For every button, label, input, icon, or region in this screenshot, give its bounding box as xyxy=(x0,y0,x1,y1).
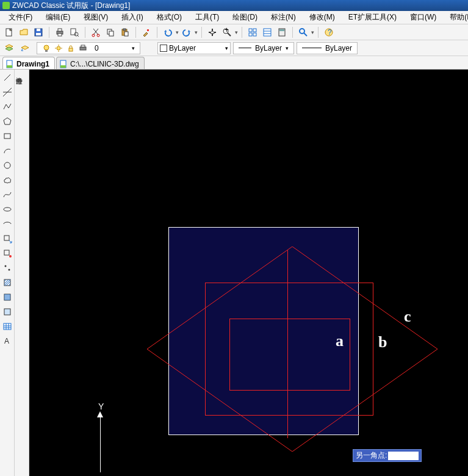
red-vertical-line xyxy=(287,250,288,438)
command-prompt: 另一角点: xyxy=(353,449,422,462)
menu-draw[interactable]: 绘图(D) xyxy=(228,11,262,24)
polyline-tool[interactable] xyxy=(1,100,14,114)
menu-window[interactable]: 窗口(W) xyxy=(405,11,441,24)
zoom-realtime-button[interactable]: + xyxy=(220,26,234,39)
match-prop-button[interactable] xyxy=(140,26,153,39)
insert-block-tool[interactable] xyxy=(1,232,14,245)
properties-button[interactable] xyxy=(261,26,274,39)
svg-rect-54 xyxy=(4,134,10,139)
undo-button[interactable] xyxy=(161,26,175,39)
xline-tool[interactable] xyxy=(1,85,14,99)
pan-button[interactable] xyxy=(206,26,219,39)
svg-rect-66 xyxy=(4,323,11,330)
svg-rect-18 xyxy=(124,32,128,36)
menu-modify[interactable]: 修改(M) xyxy=(304,11,340,24)
lineweight-value: ByLayer xyxy=(325,44,352,52)
menu-tools[interactable]: 工具(T) xyxy=(190,11,224,24)
revcloud-tool[interactable] xyxy=(1,173,14,187)
layout-tile-button[interactable] xyxy=(246,26,259,39)
svg-rect-5 xyxy=(58,29,62,31)
dwg-icon xyxy=(59,60,68,68)
spline-tool[interactable] xyxy=(1,188,14,201)
point-tool[interactable] xyxy=(1,261,14,275)
rectangle-tool[interactable] xyxy=(1,129,14,143)
svg-point-36 xyxy=(44,45,49,50)
layer-select[interactable]: 0 ▾ xyxy=(37,42,140,54)
svg-rect-15 xyxy=(109,31,113,36)
drawing-canvas[interactable]: a b c Y 另一角点: xyxy=(29,70,468,476)
svg-marker-53 xyxy=(4,118,11,124)
svg-rect-47 xyxy=(7,65,12,68)
svg-rect-19 xyxy=(147,29,149,31)
svg-point-61 xyxy=(8,269,10,271)
line-tool[interactable] xyxy=(1,71,14,84)
menu-bar: 文件(F) 编辑(E) 视图(V) 插入(I) 格式(O) 工具(T) 绘图(D… xyxy=(0,11,468,24)
menu-et[interactable]: ET扩展工具(X) xyxy=(344,11,401,24)
svg-marker-72 xyxy=(147,247,437,452)
tab-label: Drawing1 xyxy=(16,60,49,68)
table-tool[interactable] xyxy=(1,320,14,333)
menu-view[interactable]: 视图(V) xyxy=(79,11,113,24)
svg-rect-65 xyxy=(4,309,10,315)
color-select[interactable]: ByLayer ▾ xyxy=(157,42,231,54)
make-block-tool[interactable] xyxy=(1,247,14,260)
toolbar-properties: 0 ▾ ByLayer ▾ ByLayer ▾ ByLayer xyxy=(0,40,468,56)
open-button[interactable] xyxy=(17,26,31,39)
lock-icon xyxy=(67,44,75,52)
circle-tool[interactable] xyxy=(1,159,14,172)
svg-rect-24 xyxy=(253,29,256,32)
lineweight-select[interactable]: ByLayer xyxy=(297,42,358,54)
help-button[interactable]: ? xyxy=(322,26,336,39)
menu-format[interactable]: 格式(O) xyxy=(152,11,187,24)
svg-line-33 xyxy=(304,33,307,36)
menu-insert[interactable]: 插入(I) xyxy=(117,11,148,24)
prompt-text: 另一角点: xyxy=(356,450,387,461)
annotation-b: b xyxy=(378,333,387,352)
gradient-tool[interactable] xyxy=(1,290,14,304)
tab-clinic3d[interactable]: C:\...\CLINIC-3D.dwg xyxy=(56,57,145,69)
new-button[interactable] xyxy=(2,26,16,39)
svg-text:+: + xyxy=(225,27,229,34)
layer-name: 0 xyxy=(95,44,99,52)
paste-button[interactable] xyxy=(118,26,132,39)
zoom-window-button[interactable] xyxy=(297,26,310,39)
svg-rect-2 xyxy=(37,29,40,31)
ellipse-arc-tool[interactable] xyxy=(1,217,14,231)
tab-drawing1[interactable]: Drawing1 xyxy=(2,57,55,69)
menu-help[interactable]: 帮助(H) xyxy=(445,11,468,24)
linetype-select[interactable]: ByLayer ▾ xyxy=(233,42,294,54)
plot-preview-button[interactable] xyxy=(68,26,81,39)
menu-edit[interactable]: 编辑(E) xyxy=(41,11,75,24)
svg-rect-58 xyxy=(4,250,9,255)
polygon-tool[interactable] xyxy=(1,115,14,128)
cut-button[interactable] xyxy=(89,26,103,39)
layer-prev-button[interactable] xyxy=(18,41,32,55)
toolbar-draw: A xyxy=(0,70,15,476)
calc-button[interactable] xyxy=(275,26,289,39)
arc-tool[interactable] xyxy=(1,144,14,157)
svg-rect-37 xyxy=(45,50,48,52)
document-tab-bar: Drawing1 C:\...\CLINIC-3D.dwg xyxy=(0,56,468,70)
region-tool[interactable] xyxy=(1,305,14,319)
ellipse-tool[interactable] xyxy=(1,203,14,216)
dwg-icon xyxy=(5,60,14,68)
layer-manager-button[interactable] xyxy=(2,41,16,55)
menu-dim[interactable]: 标注(N) xyxy=(266,11,301,24)
svg-rect-43 xyxy=(69,48,73,51)
svg-point-60 xyxy=(4,265,6,267)
svg-rect-23 xyxy=(249,29,252,32)
svg-point-56 xyxy=(4,207,11,211)
menu-file[interactable]: 文件(F) xyxy=(4,11,37,24)
toolbar-aux: 洛世中舟 xyxy=(15,70,29,476)
window-title: ZWCAD Classic 试用版 - [Drawing1] xyxy=(12,1,130,11)
svg-line-9 xyxy=(77,35,79,37)
hatch-tool[interactable] xyxy=(1,276,14,289)
redo-button[interactable] xyxy=(180,26,193,39)
print-button[interactable] xyxy=(53,26,67,39)
text-tool[interactable]: A xyxy=(1,334,14,348)
copy-button[interactable] xyxy=(104,26,117,39)
lightbulb-icon xyxy=(42,44,51,52)
svg-rect-45 xyxy=(81,45,85,47)
save-button[interactable] xyxy=(32,26,45,39)
axis-y-label: Y xyxy=(98,402,104,411)
